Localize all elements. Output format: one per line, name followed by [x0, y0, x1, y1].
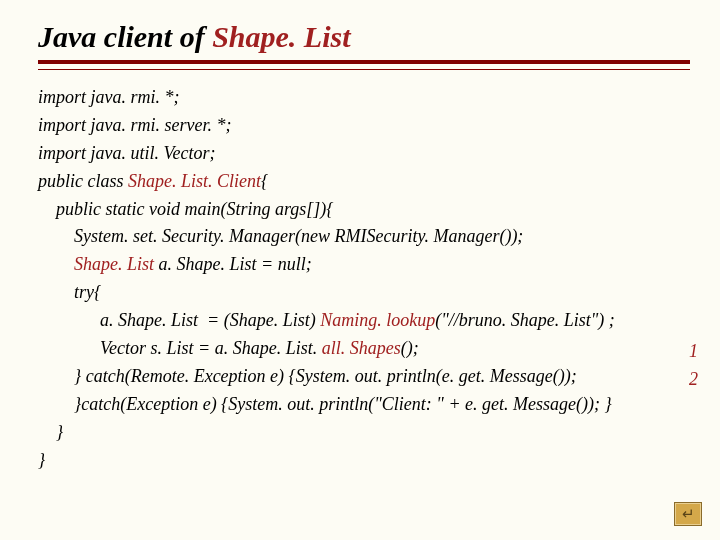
code-line: } [38, 447, 690, 475]
code-line: }catch(Exception e) {System. out. printl… [38, 391, 690, 419]
code-line: import java. util. Vector; [38, 140, 690, 168]
code-line: try{ [38, 279, 690, 307]
annotation-column: 1 2 [689, 338, 698, 394]
code-line: public static void main(String args[]){ [38, 196, 690, 224]
code-line: } [38, 419, 690, 447]
title-divider [38, 60, 690, 70]
code-line: public class Shape. List. Client{ [38, 168, 690, 196]
return-icon[interactable]: ↵ [674, 502, 702, 526]
code-line: Vector s. List = a. Shape. List. all. Sh… [38, 335, 690, 363]
title-text-plain: Java client of [38, 20, 212, 53]
code-line: System. set. Security. Manager(new RMISe… [38, 223, 690, 251]
code-line: } catch(Remote. Exception e) {System. ou… [38, 363, 690, 391]
code-line: import java. rmi. *; [38, 84, 690, 112]
title-text-highlight: Shape. List [212, 20, 350, 53]
annotation-number: 2 [689, 366, 698, 394]
code-line: a. Shape. List = (Shape. List) Naming. l… [38, 307, 690, 335]
code-block: import java. rmi. *; import java. rmi. s… [38, 84, 690, 474]
annotation-number: 1 [689, 338, 698, 366]
slide-title: Java client of Shape. List [38, 20, 690, 54]
code-line: Shape. List a. Shape. List = null; [38, 251, 690, 279]
code-line: import java. rmi. server. *; [38, 112, 690, 140]
